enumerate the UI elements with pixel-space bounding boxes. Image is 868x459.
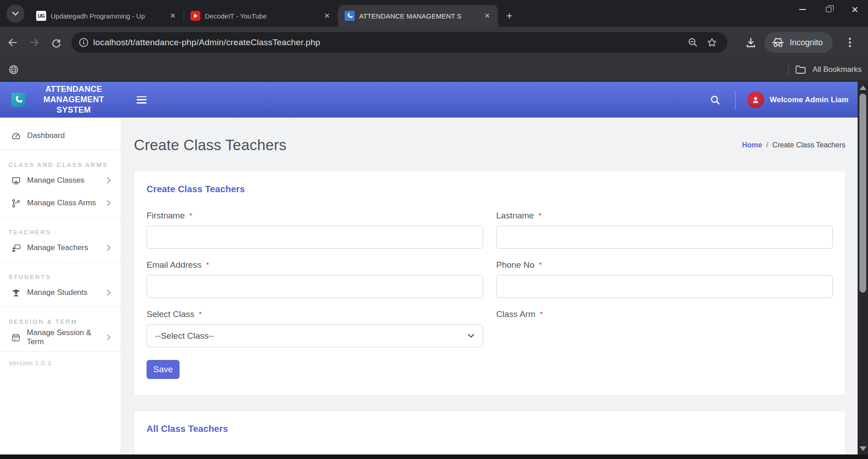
required-marker: * xyxy=(540,309,543,319)
tab-decodeit-youtube[interactable]: DecodeIT - YouTube ✕ xyxy=(184,5,338,27)
chevron-right-icon xyxy=(107,334,111,341)
reload-button[interactable] xyxy=(47,33,65,52)
lastname-input[interactable] xyxy=(496,226,833,249)
web-page: ATTENDANCE MANAGEMENT SYSTEM Welcome Adm… xyxy=(0,82,868,454)
minimize-button[interactable] xyxy=(789,0,816,19)
sidebar-item-label: Manage Students xyxy=(27,288,87,297)
page-scrollbar[interactable] xyxy=(858,82,868,454)
back-button[interactable] xyxy=(4,33,22,52)
phone-input[interactable] xyxy=(496,275,833,298)
incognito-icon xyxy=(772,37,784,48)
tab-close-icon[interactable]: ✕ xyxy=(482,10,493,21)
class-arm-field-group: Class Arm* xyxy=(496,309,833,347)
browser-menu-button[interactable] xyxy=(841,33,859,52)
sidebar-heading-session-term: SESSION & TERM xyxy=(0,318,121,325)
lastname-label: Lastname xyxy=(496,211,534,221)
minimize-icon xyxy=(799,9,806,10)
forward-button[interactable] xyxy=(25,33,43,52)
class-arm-label: Class Arm xyxy=(496,309,536,319)
window-bottom-edge xyxy=(0,454,868,459)
address-bar[interactable]: localhost/t/attendance-php/Admin/createC… xyxy=(71,32,727,53)
attendance-favicon-icon xyxy=(345,11,355,21)
sidebar-item-manage-teachers[interactable]: Manage Teachers xyxy=(0,237,121,259)
star-icon xyxy=(707,37,717,48)
card-title: All Class Teachers xyxy=(147,424,833,434)
youtube-favicon-icon xyxy=(190,11,200,21)
create-class-teachers-card: Create Class Teachers Firstname* Lastnam… xyxy=(134,171,845,396)
required-marker: * xyxy=(538,211,541,221)
sidebar-item-manage-students[interactable]: Manage Students xyxy=(0,281,121,304)
sidebar-item-label: Manage Class Arms xyxy=(27,199,96,208)
breadcrumb-separator: / xyxy=(766,141,768,149)
bookmarks-divider xyxy=(788,64,789,76)
save-button[interactable]: Save xyxy=(147,360,180,379)
bookmarks-bar: All Bookmarks xyxy=(0,58,868,82)
teacher-icon xyxy=(11,243,21,253)
email-input[interactable] xyxy=(147,275,483,298)
scrollbar-up-icon[interactable] xyxy=(859,85,867,90)
app-logo-icon xyxy=(11,93,25,107)
tab-search-button[interactable] xyxy=(6,5,24,23)
restore-button[interactable] xyxy=(816,0,842,19)
breadcrumb-home-link[interactable]: Home xyxy=(742,141,762,149)
email-field-group: Email Address* xyxy=(147,260,483,298)
reload-icon xyxy=(51,37,62,48)
search-icon xyxy=(710,95,721,105)
select-class-dropdown[interactable]: --Select Class-- xyxy=(147,324,483,347)
tab-attendance-active[interactable]: ATTENDANCE MANAGEMENT S ✕ xyxy=(338,5,498,27)
sidebar-item-label: Manage Session & Term xyxy=(27,328,107,346)
select-class-value: --Select Class-- xyxy=(155,331,214,341)
bookmark-page-button[interactable] xyxy=(707,37,717,48)
updategadh-favicon-icon: UG xyxy=(36,11,46,21)
tab-updategadh[interactable]: UG Updategadh Programming - Up ✕ xyxy=(30,5,184,27)
all-bookmarks-button[interactable]: All Bookmarks xyxy=(812,65,862,74)
select-class-field-group: Select Class* --Select Class-- xyxy=(147,309,483,347)
tab-title: DecodeIT - YouTube xyxy=(205,12,318,20)
sidebar-item-manage-class-arms[interactable]: Manage Class Arms xyxy=(0,192,121,214)
avatar[interactable] xyxy=(747,91,764,108)
new-tab-button[interactable]: + xyxy=(502,8,517,24)
chevron-right-icon xyxy=(107,289,111,296)
sidebar-divider xyxy=(0,307,121,307)
downloads-button[interactable] xyxy=(742,33,760,52)
firstname-field-group: Firstname* xyxy=(147,211,483,249)
site-info-button[interactable] xyxy=(74,33,93,52)
chevron-right-icon xyxy=(107,177,111,184)
sidebar: Dashboard CLASS AND CLASS ARMS Manage Cl… xyxy=(0,118,121,454)
chevron-down-icon xyxy=(12,12,19,16)
tab-close-icon[interactable]: ✕ xyxy=(322,10,332,21)
welcome-admin-label[interactable]: Welcome Admin Liam xyxy=(770,95,849,104)
sidebar-heading-class-and-class-arms: CLASS AND CLASS ARMS xyxy=(0,161,121,168)
restore-icon xyxy=(826,7,831,12)
back-icon xyxy=(7,37,18,48)
sidebar-item-manage-classes[interactable]: Manage Classes xyxy=(0,169,121,192)
brand[interactable]: ATTENDANCE MANAGEMENT SYSTEM xyxy=(0,84,121,115)
close-button[interactable]: ✕ xyxy=(842,0,868,19)
incognito-badge[interactable]: Incognito xyxy=(764,32,833,53)
all-class-teachers-card: All Class Teachers xyxy=(134,411,845,454)
phone-label: Phone No xyxy=(496,260,535,270)
tab-close-icon[interactable]: ✕ xyxy=(167,10,178,21)
sidebar-item-label: Dashboard xyxy=(27,131,65,140)
sidebar-divider xyxy=(0,217,121,218)
zoom-page-button[interactable] xyxy=(688,37,698,48)
bookmark-item[interactable] xyxy=(8,64,19,75)
download-icon xyxy=(745,37,757,48)
scrollbar-down-icon[interactable] xyxy=(859,446,867,451)
tab-title: ATTENDANCE MANAGEMENT S xyxy=(359,12,478,20)
select-class-label: Select Class xyxy=(147,309,194,319)
firstname-input[interactable] xyxy=(147,226,483,249)
header-search-button[interactable] xyxy=(705,90,725,110)
zoom-out-icon xyxy=(688,37,698,48)
sidebar-heading-teachers: TEACHERS xyxy=(0,229,121,236)
browser-toolbar: localhost/t/attendance-php/Admin/createC… xyxy=(0,27,868,58)
monitor-icon xyxy=(11,176,21,185)
required-marker: * xyxy=(189,211,192,221)
hamburger-icon xyxy=(137,96,147,98)
sidebar-toggle-button[interactable] xyxy=(137,96,147,104)
card-title: Create Class Teachers xyxy=(147,184,833,194)
scrollbar-thumb[interactable] xyxy=(859,94,866,293)
url-text[interactable]: localhost/t/attendance-php/Admin/createC… xyxy=(93,38,688,47)
sidebar-item-manage-session-term[interactable]: Manage Session & Term xyxy=(0,326,121,349)
sidebar-item-dashboard[interactable]: Dashboard xyxy=(0,124,121,147)
